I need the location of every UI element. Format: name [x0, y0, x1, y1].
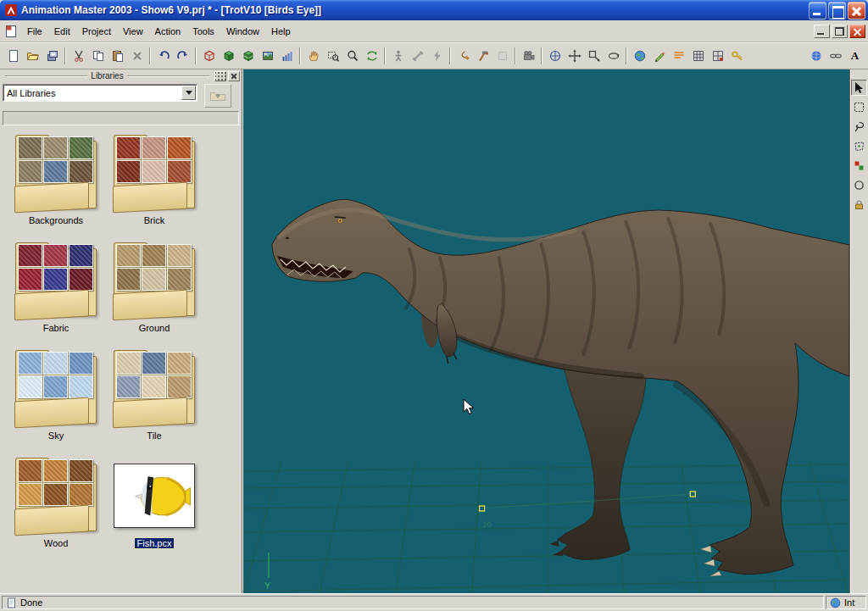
minimize-button[interactable]: [809, 2, 826, 19]
window-title: Animation Master 2003 - Show6 V9.prj * -…: [21, 4, 807, 16]
navigate-button[interactable]: [545, 47, 565, 65]
bound-select-tool-button[interactable]: [851, 99, 867, 115]
rotate-button[interactable]: [604, 47, 623, 65]
menu-item[interactable]: Project: [76, 24, 117, 39]
cut-button[interactable]: [69, 47, 88, 65]
library-item[interactable]: Wood: [7, 457, 105, 548]
child-minimize-button[interactable]: [814, 25, 830, 38]
zoom-section-icon: [326, 49, 340, 63]
menu-item[interactable]: View: [117, 24, 149, 39]
render-preview-button[interactable]: [258, 47, 277, 65]
library-item[interactable]: Fish.pcx: [105, 457, 203, 548]
snap-grid-button[interactable]: [708, 47, 727, 65]
wireframe-cube-icon: [203, 49, 216, 63]
key-button[interactable]: [727, 47, 747, 65]
menu-item[interactable]: Help: [265, 24, 297, 39]
redo-button[interactable]: [173, 47, 192, 65]
child-close-button[interactable]: [849, 25, 865, 38]
menu-item[interactable]: Window: [220, 24, 265, 39]
ring-select-tool-button[interactable]: [851, 177, 867, 193]
font-a-button[interactable]: A: [845, 47, 865, 65]
toolbar-separator: [515, 47, 516, 64]
lock-tool-button[interactable]: [851, 197, 867, 213]
library-item[interactable]: Backgrounds: [7, 134, 105, 225]
plugin-button[interactable]: [492, 47, 512, 65]
save-all-button[interactable]: [42, 47, 62, 65]
toolbar-separator: [541, 47, 542, 64]
grid-icon: [692, 49, 705, 63]
link-button[interactable]: [826, 47, 845, 65]
title-bar: Animation Master 2003 - Show6 V9.prj * -…: [0, 0, 868, 20]
texture-thumb: [18, 136, 42, 159]
menu-item[interactable]: Tools: [186, 24, 220, 39]
chevron-down-icon[interactable]: [181, 86, 196, 100]
magnifier-icon: [346, 49, 359, 63]
library-filter-combo[interactable]: All Libraries: [3, 84, 198, 102]
pan-hand-icon: [307, 49, 320, 63]
menu-item[interactable]: File: [21, 24, 48, 39]
library-item-label: Sky: [46, 430, 66, 441]
app-icon: [4, 3, 18, 17]
world-globe-icon: [633, 49, 647, 63]
library-item[interactable]: Tile: [105, 349, 203, 441]
zoom-section-button[interactable]: [323, 47, 342, 65]
menu-item[interactable]: Edit: [48, 24, 76, 39]
setup-tools-button[interactable]: [453, 47, 473, 65]
paste-button[interactable]: [108, 47, 127, 65]
folder-up-button[interactable]: [204, 84, 231, 108]
library-panel-header: Libraries: [0, 69, 242, 82]
library-item[interactable]: Ground: [105, 242, 203, 333]
group-paint-tool-button[interactable]: [851, 158, 867, 174]
lasso-icon: [853, 120, 865, 133]
library-item[interactable]: Fabric: [7, 242, 105, 333]
select-tool-button[interactable]: [851, 80, 867, 96]
main-area: Libraries All Libraries: [0, 69, 868, 593]
texture-thumbnails: [116, 244, 194, 291]
projector-button[interactable]: [519, 47, 538, 65]
child-restore-button[interactable]: [832, 25, 848, 38]
panel-close-button[interactable]: [228, 71, 240, 81]
plugin-icon: [496, 49, 509, 63]
marquee-icon: [853, 101, 865, 114]
world-button[interactable]: [630, 47, 649, 65]
open-button[interactable]: [23, 47, 42, 65]
patch-select-tool-button[interactable]: [851, 138, 867, 154]
scale-button[interactable]: [584, 47, 604, 65]
font-format-button[interactable]: [669, 47, 688, 65]
pan-button[interactable]: [303, 47, 323, 65]
texture-thumb: [167, 136, 192, 159]
grid-button[interactable]: [688, 47, 708, 65]
library-item[interactable]: Sky: [7, 349, 105, 441]
turn-button[interactable]: [362, 47, 381, 65]
panel-grip-button[interactable]: [214, 71, 226, 81]
pencil-icon: [653, 49, 666, 63]
viewport[interactable]: 20 Y: [242, 69, 849, 593]
texture-thumb: [18, 160, 42, 183]
wrench-icon: [457, 49, 470, 63]
skeletal-mode-button[interactable]: [388, 47, 408, 65]
zoom-button[interactable]: [342, 47, 362, 65]
lasso-tool-button[interactable]: [851, 119, 867, 135]
maximize-button[interactable]: [828, 2, 846, 19]
project-doc-icon: [4, 25, 18, 38]
wireframe-mode-button[interactable]: [199, 47, 219, 65]
close-button[interactable]: [848, 2, 865, 19]
dynamic-mode-button[interactable]: [427, 47, 447, 65]
shaded-wireframe-mode-button[interactable]: [238, 47, 258, 65]
new-button[interactable]: [3, 47, 23, 65]
copy-button[interactable]: [88, 47, 108, 65]
library-item-label: Wood: [42, 538, 71, 548]
library-globe-button[interactable]: [806, 47, 826, 65]
undo-icon: [157, 49, 170, 63]
progressive-render-button[interactable]: [277, 47, 297, 65]
shaded-mode-button[interactable]: [219, 47, 238, 65]
texture-thumbnails: [116, 352, 194, 398]
translate-button[interactable]: [565, 47, 584, 65]
delete-button[interactable]: [127, 47, 147, 65]
library-item[interactable]: Brick: [105, 134, 203, 225]
draw-button[interactable]: [649, 47, 669, 65]
undo-button[interactable]: [153, 47, 173, 65]
simulate-button[interactable]: [473, 47, 492, 65]
menu-item[interactable]: Action: [149, 24, 187, 39]
muscle-mode-button[interactable]: [408, 47, 427, 65]
